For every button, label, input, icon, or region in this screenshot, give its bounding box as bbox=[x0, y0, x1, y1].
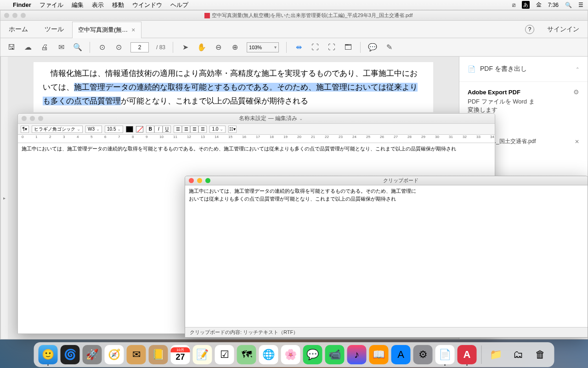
dock-photos-icon[interactable]: 🌸 bbox=[281, 345, 300, 364]
pointer-icon[interactable]: ➤ bbox=[181, 43, 190, 52]
text-color-button[interactable] bbox=[126, 126, 133, 132]
dock-calendar-icon[interactable]: 10月27 bbox=[171, 345, 190, 364]
dock-contacts-icon[interactable]: 📒 bbox=[149, 345, 168, 364]
menu-window[interactable]: ウインドウ bbox=[132, 1, 162, 9]
zoom-select[interactable]: 103%▾ bbox=[247, 42, 279, 52]
dock-siri-icon[interactable]: 🌀 bbox=[61, 345, 80, 364]
fullscreen-icon[interactable]: ⛶ bbox=[327, 43, 336, 52]
clipboard-titlebar[interactable]: クリップボード bbox=[185, 176, 588, 185]
dock-mail-icon[interactable]: ✉ bbox=[127, 345, 146, 364]
chevron-up-icon[interactable]: ⌃ bbox=[576, 67, 579, 72]
page-up-icon[interactable]: ⊙ bbox=[97, 43, 107, 52]
ime-indicator[interactable]: あ bbox=[522, 1, 530, 9]
italic-button[interactable]: I bbox=[154, 126, 163, 133]
align-left-button[interactable]: ☰ bbox=[174, 126, 182, 133]
dock-ibooks-icon[interactable]: 📖 bbox=[369, 345, 389, 364]
zoom-in-icon[interactable]: ⊕ bbox=[230, 43, 239, 52]
dock-maps-icon[interactable]: 🗺 bbox=[237, 345, 256, 364]
align-center-button[interactable]: ☰ bbox=[182, 126, 190, 133]
dock-folder-icon[interactable]: 📁 bbox=[486, 345, 506, 364]
help-icon[interactable]: ? bbox=[525, 25, 534, 34]
page-total: / 83 bbox=[156, 44, 165, 51]
list-button[interactable]: ☷▾ bbox=[228, 126, 237, 133]
airplay-icon[interactable]: ⎚ bbox=[512, 2, 515, 8]
page-down-icon[interactable]: ⊙ bbox=[114, 43, 123, 52]
ruler[interactable]: 0123456789101112131415161718192021222324… bbox=[18, 135, 495, 143]
document-tab[interactable]: 空中写真測量(無… × bbox=[72, 22, 141, 38]
menu-go[interactable]: 移動 bbox=[112, 1, 124, 9]
maximize-button[interactable] bbox=[38, 116, 43, 121]
mail-icon[interactable]: ✉ bbox=[57, 43, 66, 52]
align-justify-button[interactable]: ☰ bbox=[198, 126, 207, 133]
maximize-button[interactable] bbox=[205, 178, 210, 183]
dock-appstore-icon[interactable]: A bbox=[391, 345, 411, 364]
window-title: 空中写真測量(無人航空機)を用いた出来形管理要領(土工編)_平成29年3月_国土… bbox=[212, 12, 413, 19]
minimize-button[interactable] bbox=[12, 13, 17, 18]
dock-settings-icon[interactable]: ⚙ bbox=[413, 345, 433, 364]
dock-trash-icon[interactable]: 🗑 bbox=[531, 345, 550, 364]
dock-itunes-icon[interactable]: ♪ bbox=[347, 345, 367, 364]
spotlight-icon[interactable]: 🔍 bbox=[565, 2, 572, 8]
dock-reminders-icon[interactable]: ☑ bbox=[215, 345, 234, 364]
settings-icon[interactable]: ⚙ bbox=[573, 88, 579, 96]
remove-file-icon[interactable]: ✕ bbox=[575, 138, 579, 145]
comment-icon[interactable]: 💬 bbox=[368, 43, 377, 52]
home-tab[interactable]: ホーム bbox=[0, 25, 36, 34]
font-weight-select[interactable]: W3⌄ bbox=[85, 126, 102, 133]
maximize-button[interactable] bbox=[21, 13, 26, 18]
menu-help[interactable]: ヘルプ bbox=[170, 1, 188, 9]
save-icon[interactable]: 🖫 bbox=[7, 43, 16, 52]
bold-button[interactable]: B bbox=[146, 126, 154, 133]
dock-safari-icon[interactable]: 🧭 bbox=[105, 345, 124, 364]
bg-color-button[interactable] bbox=[136, 126, 143, 132]
menu-file[interactable]: ファイル bbox=[40, 1, 63, 9]
dock-facetime-icon[interactable]: 📹 bbox=[325, 345, 345, 364]
underline-button[interactable]: U bbox=[163, 126, 171, 133]
app-name[interactable]: Finder bbox=[13, 1, 31, 8]
highlight-icon[interactable]: ✎ bbox=[384, 43, 394, 52]
dock-finder-icon[interactable]: 🙂 bbox=[39, 345, 58, 364]
zoom-out-icon[interactable]: ⊖ bbox=[214, 43, 223, 52]
read-mode-icon[interactable]: 🗔 bbox=[344, 43, 353, 52]
textedit-content[interactable]: 施工中においては、施工管理データの連続的な取得を可能とするものである。そのため、… bbox=[18, 143, 495, 155]
font-size-select[interactable]: 10.5⌄ bbox=[105, 126, 123, 133]
page-number-input[interactable] bbox=[130, 42, 149, 52]
left-panel-toggle[interactable]: ▸ bbox=[0, 57, 8, 339]
paragraph-style-button[interactable]: ¶▾ bbox=[21, 126, 29, 133]
tools-tab[interactable]: ツール bbox=[36, 25, 72, 34]
export-pdf-label[interactable]: PDF を書き出し bbox=[480, 65, 571, 73]
dock-messages-icon[interactable]: 💬 bbox=[303, 345, 322, 364]
notification-icon[interactable]: ☰ bbox=[578, 2, 583, 8]
dock-launchpad-icon[interactable]: 🚀 bbox=[83, 345, 102, 364]
minimize-button[interactable] bbox=[197, 178, 202, 183]
textedit-titlebar[interactable]: 名称未設定 — 編集済み ⌄ bbox=[18, 114, 495, 124]
dock-downloads-icon[interactable]: 🗂 bbox=[509, 345, 528, 364]
dock-notes-icon[interactable]: 📝 bbox=[193, 345, 212, 364]
line-spacing-select[interactable]: 1.0⌄ bbox=[209, 126, 226, 133]
adobe-titlebar[interactable]: 空中写真測量(無人航空機)を用いた出来形管理要領(土工編)_平成29年3月_国土… bbox=[0, 11, 588, 21]
clipboard-line2: おいては従来よりも多くの点で品質管理が可能となり、これまで以上の品質確保が期待さ… bbox=[189, 195, 584, 203]
dock-chrome-icon[interactable]: 🌐 bbox=[259, 345, 278, 364]
cloud-icon[interactable]: ☁ bbox=[23, 43, 33, 52]
font-family-select[interactable]: ヒラギノ角ゴシック⌄ bbox=[32, 126, 83, 133]
close-button[interactable] bbox=[22, 116, 27, 121]
align-right-button[interactable]: ☰ bbox=[190, 126, 198, 133]
pdf-file-icon bbox=[204, 13, 210, 18]
close-button[interactable] bbox=[4, 13, 9, 18]
textedit-toolbar: ¶▾ ヒラギノ角ゴシック⌄ W3⌄ 10.5⌄ B I U ☰ ☰ ☰ ☰ 1.… bbox=[18, 124, 495, 135]
search-icon[interactable]: 🔍 bbox=[73, 43, 82, 52]
fit-page-icon[interactable]: ⛶ bbox=[311, 43, 320, 52]
dock-textedit-icon[interactable]: 📄 bbox=[435, 345, 455, 364]
pdf-text-post: が可能となり、これまで以上の品質確保が期待される bbox=[121, 97, 308, 105]
export-desc: PDF ファイルを Word ま 変換します bbox=[468, 98, 579, 114]
menu-view[interactable]: 表示 bbox=[92, 1, 104, 9]
hand-icon[interactable]: ✋ bbox=[197, 43, 206, 52]
minimize-button[interactable] bbox=[30, 116, 35, 121]
fit-width-icon[interactable]: ⇹ bbox=[294, 43, 303, 52]
close-tab-icon[interactable]: × bbox=[131, 26, 135, 34]
menu-edit[interactable]: 編集 bbox=[72, 1, 84, 9]
print-icon[interactable]: 🖨 bbox=[40, 43, 49, 52]
dock-acrobat-icon[interactable]: A bbox=[458, 345, 477, 364]
signin-link[interactable]: サインイン bbox=[539, 25, 588, 34]
close-button[interactable] bbox=[189, 178, 194, 183]
